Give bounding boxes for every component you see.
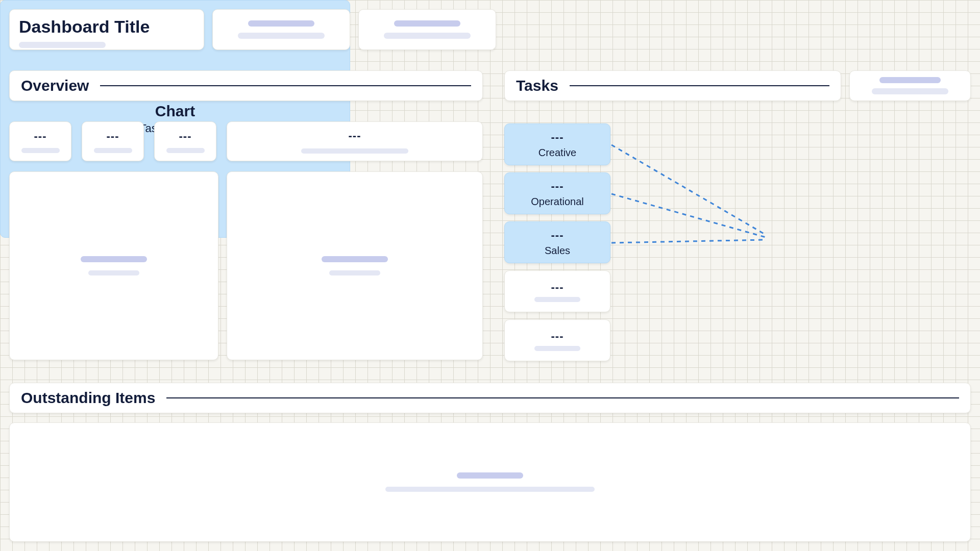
placeholder-line <box>534 297 580 302</box>
svg-line-1 <box>611 194 766 237</box>
placeholder-line <box>21 148 60 153</box>
svg-line-0 <box>611 145 766 235</box>
task-value: --- <box>551 281 564 294</box>
header-widget-1 <box>212 9 350 50</box>
task-value: --- <box>551 131 564 144</box>
placeholder-line <box>457 472 523 479</box>
divider-line <box>570 85 829 86</box>
task-type-placeholder-5[interactable]: --- <box>504 319 610 361</box>
task-type-sales[interactable]: --- Sales <box>504 221 610 263</box>
placeholder-line <box>872 88 948 94</box>
stat-value: --- <box>34 130 47 143</box>
placeholder-line <box>166 148 205 153</box>
overview-stat-3: --- <box>154 121 216 161</box>
task-value: --- <box>551 229 564 242</box>
placeholder-line <box>879 77 941 83</box>
dashboard-title: Dashboard Title <box>19 17 194 37</box>
section-title: Outstanding Items <box>21 389 155 407</box>
task-type-operational[interactable]: --- Operational <box>504 172 610 214</box>
overview-stat-2: --- <box>82 121 144 161</box>
section-title: Overview <box>21 77 89 94</box>
overview-panel-b <box>227 171 483 360</box>
overview-panel-a <box>9 171 218 360</box>
placeholder-line <box>238 33 325 39</box>
placeholder-line <box>394 20 460 27</box>
header-widget-2 <box>358 9 496 50</box>
task-label: Sales <box>545 245 570 257</box>
overview-stat-1: --- <box>9 121 71 161</box>
tasks-side-widget <box>849 70 971 101</box>
placeholder-line <box>322 256 388 262</box>
divider-line <box>100 85 471 86</box>
placeholder-line <box>81 256 147 262</box>
stat-value: --- <box>179 130 192 143</box>
chart-title: Chart <box>155 103 195 120</box>
section-title: Tasks <box>516 77 558 94</box>
placeholder-line <box>301 148 408 154</box>
placeholder-line <box>88 270 139 276</box>
divider-line <box>166 397 959 398</box>
dashboard-title-card: Dashboard Title <box>9 9 204 50</box>
subtitle-placeholder <box>19 42 106 48</box>
placeholder-line <box>329 270 380 276</box>
outstanding-items-panel <box>9 422 971 542</box>
placeholder-line <box>248 20 314 27</box>
placeholder-line <box>534 346 580 351</box>
section-header-tasks: Tasks <box>504 70 841 101</box>
section-header-overview: Overview <box>9 70 483 101</box>
task-type-placeholder-4[interactable]: --- <box>504 270 610 312</box>
stat-value: --- <box>107 130 119 143</box>
svg-line-2 <box>611 240 766 243</box>
task-value: --- <box>551 180 564 193</box>
task-value: --- <box>551 330 564 343</box>
placeholder-line <box>385 487 595 492</box>
task-label: Creative <box>538 147 576 159</box>
section-header-outstanding: Outstanding Items <box>9 383 971 413</box>
overview-stat-wide: --- <box>227 121 483 161</box>
task-type-creative[interactable]: --- Creative <box>504 123 610 165</box>
task-label: Operational <box>531 196 583 208</box>
placeholder-line <box>384 33 471 39</box>
placeholder-line <box>94 148 132 153</box>
stat-value: --- <box>349 129 361 142</box>
